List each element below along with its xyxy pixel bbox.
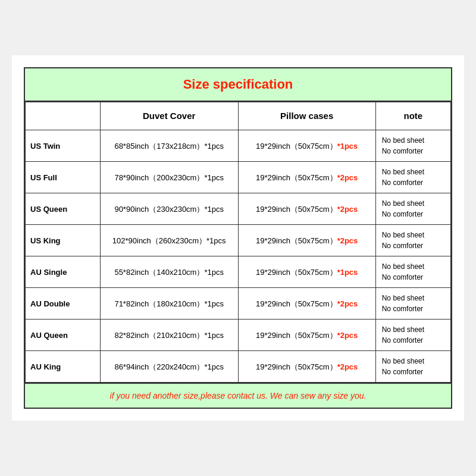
cell-pillow: 19*29inch（50x75cm）*2pcs (238, 351, 375, 383)
header-note: note (375, 102, 450, 130)
cell-note: No bed sheetNo comforter (375, 351, 450, 383)
table-row: US Twin68*85inch（173x218cm）*1pcs19*29inc… (26, 130, 451, 162)
cell-note: No bed sheetNo comforter (375, 256, 450, 288)
table-body: US Twin68*85inch（173x218cm）*1pcs19*29inc… (26, 130, 451, 383)
cell-pillow: 19*29inch（50x75cm）*2pcs (238, 225, 375, 256)
size-table: Duvet Cover Pillow cases note US Twin68*… (25, 102, 451, 383)
table-row: AU Queen82*82inch（210x210cm）*1pcs19*29in… (26, 320, 451, 351)
table-row: US Queen90*90inch（230x230cm）*1pcs19*29in… (26, 193, 451, 225)
cell-duvet: 68*85inch（173x218cm）*1pcs (100, 130, 238, 162)
cell-pillow: 19*29inch（50x75cm）*2pcs (238, 162, 375, 193)
table-row: AU King86*94inch（220x240cm）*1pcs19*29inc… (26, 351, 451, 383)
cell-duvet: 90*90inch（230x230cm）*1pcs (100, 193, 238, 225)
cell-note: No bed sheetNo comforter (375, 225, 450, 256)
cell-duvet: 55*82inch（140x210cm）*1pcs (100, 256, 238, 288)
cell-size: US Full (26, 162, 101, 193)
cell-size: US Twin (26, 130, 101, 162)
table-row: US King102*90inch（260x230cm）*1pcs19*29in… (26, 225, 451, 256)
cell-duvet: 86*94inch（220x240cm）*1pcs (100, 351, 238, 383)
cell-pillow: 19*29inch（50x75cm）*2pcs (238, 320, 375, 351)
cell-size: AU King (26, 351, 101, 383)
footer-text: if you need another size,please contact … (25, 383, 451, 408)
cell-pillow: 19*29inch（50x75cm）*2pcs (238, 288, 375, 320)
header-size (26, 102, 101, 130)
cell-note: No bed sheetNo comforter (375, 130, 450, 162)
header-pillow: Pillow cases (238, 102, 375, 130)
page-wrapper: Size specification Duvet Cover Pillow ca… (12, 55, 464, 421)
table-title: Size specification (25, 68, 451, 102)
header-duvet: Duvet Cover (100, 102, 238, 130)
table-row: AU Double71*82inch（180x210cm）*1pcs19*29i… (26, 288, 451, 320)
cell-note: No bed sheetNo comforter (375, 320, 450, 351)
cell-duvet: 82*82inch（210x210cm）*1pcs (100, 320, 238, 351)
cell-note: No bed sheetNo comforter (375, 193, 450, 225)
table-row: AU Single55*82inch（140x210cm）*1pcs19*29i… (26, 256, 451, 288)
cell-duvet: 78*90inch（200x230cm）*1pcs (100, 162, 238, 193)
cell-duvet: 71*82inch（180x210cm）*1pcs (100, 288, 238, 320)
table-row: US Full78*90inch（200x230cm）*1pcs19*29inc… (26, 162, 451, 193)
cell-note: No bed sheetNo comforter (375, 162, 450, 193)
header-row: Duvet Cover Pillow cases note (26, 102, 451, 130)
table-container: Size specification Duvet Cover Pillow ca… (24, 67, 452, 409)
cell-size: US King (26, 225, 101, 256)
cell-duvet: 102*90inch（260x230cm）*1pcs (100, 225, 238, 256)
cell-note: No bed sheetNo comforter (375, 288, 450, 320)
cell-size: AU Single (26, 256, 101, 288)
cell-pillow: 19*29inch（50x75cm）*1pcs (238, 130, 375, 162)
cell-pillow: 19*29inch（50x75cm）*1pcs (238, 256, 375, 288)
cell-size: AU Double (26, 288, 101, 320)
cell-size: AU Queen (26, 320, 101, 351)
cell-size: US Queen (26, 193, 101, 225)
cell-pillow: 19*29inch（50x75cm）*2pcs (238, 193, 375, 225)
